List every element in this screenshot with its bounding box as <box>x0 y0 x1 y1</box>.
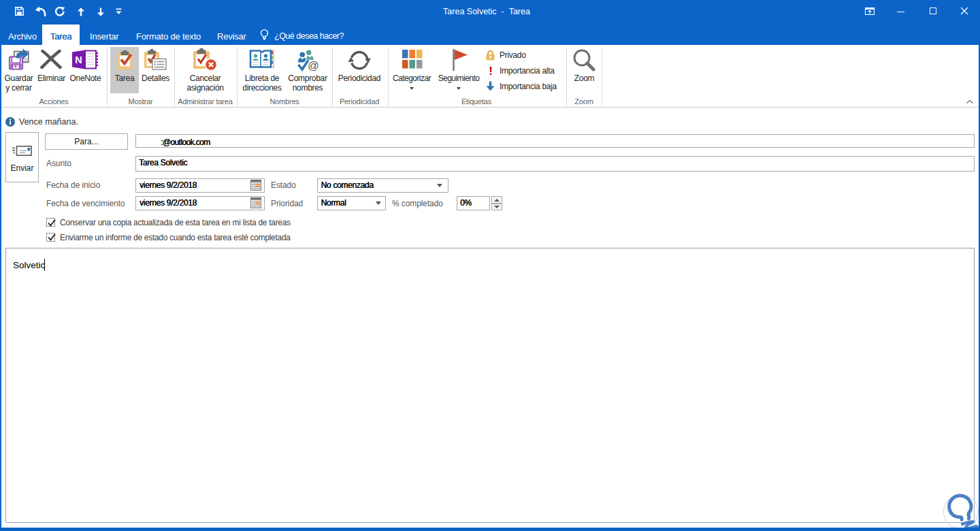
svg-text:@: @ <box>308 59 319 71</box>
svg-text:N: N <box>75 54 82 65</box>
